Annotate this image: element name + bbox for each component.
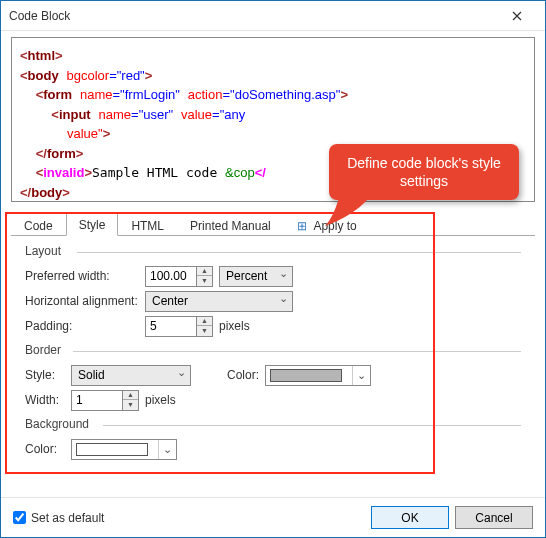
padding-stepper[interactable]: ▲▼ xyxy=(145,316,213,337)
step-up-icon[interactable]: ▲ xyxy=(197,317,212,327)
padding-label: Padding: xyxy=(25,319,145,333)
padding-unit-label: pixels xyxy=(219,319,250,333)
code-block-dialog: Code Block <html> <body bgcolor="red"> <… xyxy=(0,0,546,538)
color-swatch xyxy=(76,443,148,456)
chevron-down-icon: ⌄ xyxy=(158,440,176,459)
tab-printed-manual[interactable]: Printed Manual xyxy=(177,214,284,236)
style-panel: Layout Preferred width: ▲▼ PercentPixels… xyxy=(11,236,535,476)
close-icon xyxy=(512,11,522,21)
layout-legend: Layout xyxy=(25,244,521,262)
background-group: Background Color: ⌄ xyxy=(25,417,521,460)
preferred-width-stepper[interactable]: ▲▼ xyxy=(145,266,213,287)
border-style-label: Style: xyxy=(25,368,71,382)
step-down-icon[interactable]: ▼ xyxy=(197,276,212,285)
set-default-checkbox[interactable] xyxy=(13,511,26,524)
bg-color-label: Color: xyxy=(25,442,71,456)
stepper-buttons[interactable]: ▲▼ xyxy=(196,267,212,286)
bg-color-picker[interactable]: ⌄ xyxy=(71,439,177,460)
border-group: Border Style: NoneSolidDashedDotted Colo… xyxy=(25,343,521,411)
set-default-text: Set as default xyxy=(31,511,104,525)
callout-line1: Define code block's style xyxy=(347,155,501,171)
grid-icon: ⊞ xyxy=(297,219,307,233)
border-width-input[interactable] xyxy=(72,391,122,410)
border-width-unit: pixels xyxy=(145,393,176,407)
window-title: Code Block xyxy=(9,9,497,23)
step-down-icon[interactable]: ▼ xyxy=(197,326,212,335)
border-style-select[interactable]: NoneSolidDashedDotted xyxy=(71,365,191,386)
dialog-content: <html> <body bgcolor="red"> <form name="… xyxy=(1,31,545,497)
background-legend: Background xyxy=(25,417,521,435)
titlebar: Code Block xyxy=(1,1,545,31)
halign-label: Horizontal alignment: xyxy=(25,294,145,308)
border-width-label: Width: xyxy=(25,393,71,407)
preferred-width-label: Preferred width: xyxy=(25,269,145,283)
border-color-label: Color: xyxy=(227,368,259,382)
layout-group: Layout Preferred width: ▲▼ PercentPixels… xyxy=(25,244,521,337)
tab-style[interactable]: Style xyxy=(66,213,119,236)
callout-line2: settings xyxy=(400,173,448,189)
ok-button[interactable]: OK xyxy=(371,506,449,529)
callout-annotation: Define code block's style settings xyxy=(329,144,519,200)
border-width-stepper[interactable]: ▲▼ xyxy=(71,390,139,411)
width-unit-select[interactable]: PercentPixels xyxy=(219,266,293,287)
callout-tail-icon xyxy=(329,198,377,228)
color-swatch xyxy=(270,369,342,382)
preferred-width-input[interactable] xyxy=(146,267,196,286)
tab-bar: CodeStyleHTMLPrinted Manual⊞ Apply to xyxy=(11,212,535,236)
tab-code[interactable]: Code xyxy=(11,214,66,236)
border-color-picker[interactable]: ⌄ xyxy=(265,365,371,386)
step-down-icon[interactable]: ▼ xyxy=(123,400,138,409)
chevron-down-icon: ⌄ xyxy=(352,366,370,385)
set-default-checkbox-label[interactable]: Set as default xyxy=(13,511,104,525)
dialog-footer: Set as default OK Cancel xyxy=(1,497,545,537)
close-button[interactable] xyxy=(497,2,537,30)
step-up-icon[interactable]: ▲ xyxy=(197,267,212,277)
tab-html[interactable]: HTML xyxy=(118,214,177,236)
stepper-buttons[interactable]: ▲▼ xyxy=(122,391,138,410)
halign-select[interactable]: LeftCenterRight xyxy=(145,291,293,312)
stepper-buttons[interactable]: ▲▼ xyxy=(196,317,212,336)
cancel-button[interactable]: Cancel xyxy=(455,506,533,529)
padding-input[interactable] xyxy=(146,317,196,336)
border-legend: Border xyxy=(25,343,521,361)
step-up-icon[interactable]: ▲ xyxy=(123,391,138,401)
